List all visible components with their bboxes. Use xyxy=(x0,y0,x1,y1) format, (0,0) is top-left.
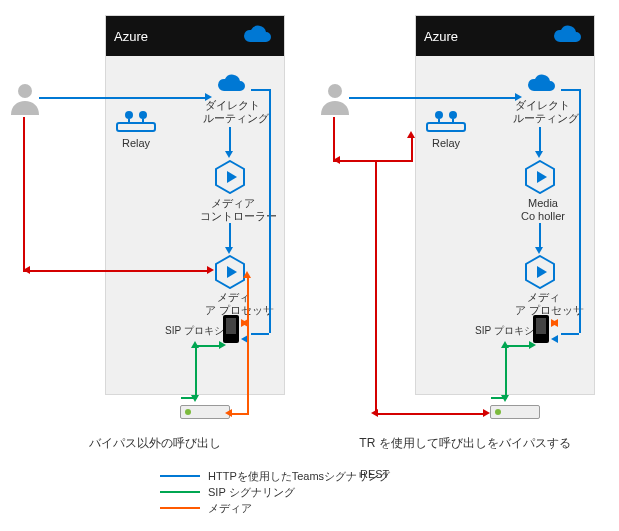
legend: HTTPを使用したTeamsシグナリング SIP シグナリング メディア RES… xyxy=(160,468,390,516)
media-processor-icon xyxy=(215,255,245,289)
media-controller-label: Media Co holler xyxy=(513,197,573,223)
flow-sip-proxy-sbc xyxy=(505,345,507,397)
svg-marker-7 xyxy=(227,266,237,278)
azure-title: Azure xyxy=(114,29,148,44)
flow-media-mp-sbc xyxy=(247,275,249,413)
legend-sip: SIP シグナリング xyxy=(160,484,390,500)
sip-proxy-label: SIP プロキシ xyxy=(165,324,224,338)
caption-left: バイパス以外の呼び出し xyxy=(5,435,305,452)
azure-header: Azure xyxy=(106,16,284,56)
sbc-server-icon xyxy=(490,405,540,419)
relay-label: Relay xyxy=(425,137,467,150)
user-icon xyxy=(11,83,39,115)
svg-point-8 xyxy=(328,84,342,98)
media-processor-icon xyxy=(525,255,555,289)
relay-icon xyxy=(115,105,157,133)
legend-swatch-orange xyxy=(160,507,200,509)
svg-point-10 xyxy=(435,111,443,119)
svg-marker-13 xyxy=(537,171,547,183)
svg-point-0 xyxy=(18,84,32,98)
sip-proxy-label: SIP プロキシ xyxy=(475,324,534,338)
cloud-icon xyxy=(236,24,276,48)
svg-point-11 xyxy=(449,111,457,119)
caption-right: TR を使用して呼び出しをバイパスする xyxy=(315,435,615,452)
azure-title: Azure xyxy=(424,29,458,44)
flow-http-user-dr xyxy=(39,97,207,99)
direct-routing-label: ダイレクト ルーティング xyxy=(203,99,261,125)
legend-swatch-blue xyxy=(160,475,200,477)
legend-swatch-green xyxy=(160,491,200,493)
direct-routing-label: ダイレクト ルーティング xyxy=(513,99,571,125)
media-processor-label: メディ ア プロセッサ xyxy=(515,291,571,317)
legend-http: HTTPを使用したTeamsシグナリング xyxy=(160,468,390,484)
sip-proxy-phone-icon xyxy=(533,315,549,343)
relay-icon xyxy=(425,105,467,133)
cloud-icon xyxy=(546,24,586,48)
azure-header: Azure xyxy=(416,16,594,56)
direct-routing-icon xyxy=(210,73,250,97)
svg-marker-15 xyxy=(537,266,547,278)
legend-rest-label: REST xyxy=(360,468,389,480)
flow-sip-proxy-sbc xyxy=(195,345,197,397)
media-processor-label: メディ ア プロセッサ xyxy=(205,291,261,317)
svg-rect-9 xyxy=(427,123,465,131)
sip-proxy-phone-icon xyxy=(223,315,239,343)
diagram-right: Azure Relay ダイレクト ルーティング Media Co holler… xyxy=(315,5,615,455)
legend-media-label: メディア xyxy=(208,501,252,516)
media-controller-icon xyxy=(215,160,245,194)
svg-marker-5 xyxy=(227,171,237,183)
legend-media: メディア xyxy=(160,500,390,516)
flow-http-user-dr xyxy=(349,97,517,99)
flow-media-user-mp xyxy=(23,117,25,272)
svg-point-3 xyxy=(139,111,147,119)
sbc-server-icon xyxy=(180,405,230,419)
svg-rect-1 xyxy=(117,123,155,131)
media-controller-icon xyxy=(525,160,555,194)
relay-label: Relay xyxy=(115,137,157,150)
legend-sip-label: SIP シグナリング xyxy=(208,485,295,500)
direct-routing-icon xyxy=(520,73,560,97)
user-icon xyxy=(321,83,349,115)
flow-media-relay-sbc xyxy=(375,160,377,413)
svg-point-2 xyxy=(125,111,133,119)
diagram-left: Azure Relay ダイレクト ルーティング メディア コントローラー メデ… xyxy=(5,5,305,455)
media-controller-label: メディア コントローラー xyxy=(200,197,266,223)
